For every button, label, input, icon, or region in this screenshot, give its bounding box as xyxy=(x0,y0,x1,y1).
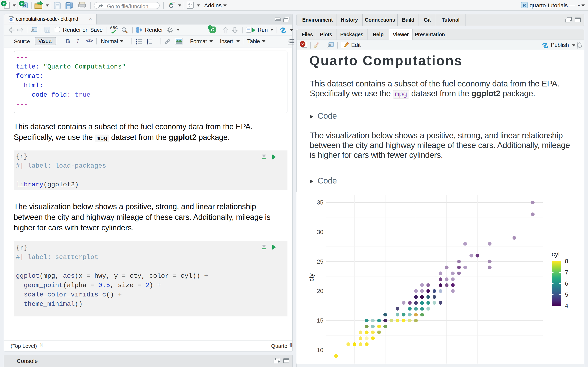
svg-text:10: 10 xyxy=(317,347,323,353)
svg-text:15: 15 xyxy=(317,317,323,324)
svg-text:6: 6 xyxy=(565,280,568,287)
svg-text:5: 5 xyxy=(565,291,568,298)
svg-text:8: 8 xyxy=(565,258,568,264)
svg-text:4: 4 xyxy=(565,303,568,309)
svg-text:cyl: cyl xyxy=(552,250,560,258)
svg-text:35: 35 xyxy=(317,199,323,206)
svg-text:2: 2 xyxy=(147,42,148,44)
svg-text:30: 30 xyxy=(317,229,323,235)
svg-text:20: 20 xyxy=(317,288,323,294)
svg-text:7: 7 xyxy=(565,269,568,276)
svg-text:25: 25 xyxy=(317,258,323,265)
svg-text:cty: cty xyxy=(308,273,315,281)
